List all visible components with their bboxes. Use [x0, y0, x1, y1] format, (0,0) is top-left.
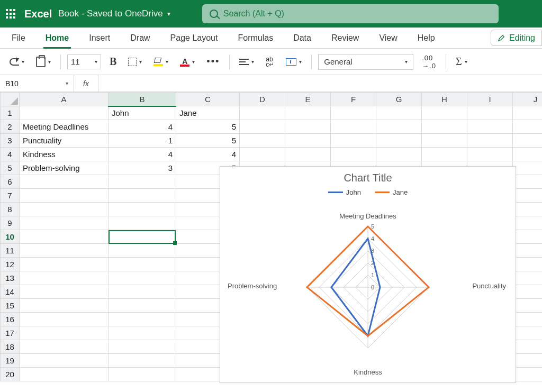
- column-header-E[interactable]: E: [285, 93, 331, 106]
- cell-A14[interactable]: [20, 285, 109, 299]
- formula-bar[interactable]: [98, 75, 542, 92]
- cell-A19[interactable]: [20, 354, 109, 368]
- cell-J16[interactable]: [513, 313, 543, 326]
- align-button[interactable]: ▾: [236, 57, 257, 67]
- cell-J12[interactable]: [513, 258, 543, 271]
- number-format-select[interactable]: General▾: [318, 54, 413, 70]
- cell-I2[interactable]: [467, 120, 513, 134]
- cell-A13[interactable]: [20, 271, 109, 285]
- cell-B14[interactable]: [109, 285, 176, 299]
- cell-B1[interactable]: John: [109, 106, 176, 120]
- tab-help[interactable]: Help: [415, 29, 437, 48]
- cell-C3[interactable]: 5: [176, 134, 240, 148]
- bold-button[interactable]: B: [106, 53, 120, 70]
- tab-home[interactable]: Home: [43, 29, 71, 48]
- cell-A15[interactable]: [20, 299, 109, 313]
- tab-file[interactable]: File: [10, 29, 28, 48]
- cell-G1[interactable]: [376, 106, 422, 120]
- column-header-G[interactable]: G: [376, 93, 422, 106]
- column-header-C[interactable]: C: [176, 93, 240, 106]
- cell-J11[interactable]: [513, 244, 543, 258]
- cell-B16[interactable]: [109, 313, 176, 326]
- cell-I4[interactable]: [467, 148, 513, 161]
- cell-J7[interactable]: [513, 189, 543, 203]
- cell-B13[interactable]: [109, 271, 176, 285]
- row-header-9[interactable]: 9: [1, 216, 20, 230]
- tab-insert[interactable]: Insert: [87, 29, 112, 48]
- column-header-F[interactable]: F: [331, 93, 376, 106]
- cell-J1[interactable]: [513, 106, 543, 120]
- more-font-options[interactable]: •••: [203, 54, 223, 69]
- cell-J6[interactable]: [513, 175, 543, 189]
- tab-formulas[interactable]: Formulas: [236, 29, 275, 48]
- tab-review[interactable]: Review: [329, 29, 361, 48]
- cell-J2[interactable]: [513, 120, 543, 134]
- row-header-20[interactable]: 20: [1, 368, 20, 381]
- cell-J4[interactable]: [513, 148, 543, 161]
- cell-G2[interactable]: [376, 120, 422, 134]
- cell-D4[interactable]: [240, 148, 285, 161]
- cell-A1[interactable]: [20, 106, 109, 120]
- embedded-chart[interactable]: Chart Title John Jane 012345 Meeting Dea…: [220, 166, 516, 383]
- cell-J18[interactable]: [513, 340, 543, 354]
- merge-button[interactable]: ▾: [283, 56, 305, 68]
- cell-J5[interactable]: [513, 161, 543, 175]
- name-box[interactable]: B10 ▾: [0, 75, 74, 92]
- cell-J8[interactable]: [513, 203, 543, 216]
- cell-C4[interactable]: 4: [176, 148, 240, 161]
- cell-H2[interactable]: [422, 120, 467, 134]
- cell-A12[interactable]: [20, 258, 109, 271]
- autosum-button[interactable]: Σ▾: [453, 53, 471, 70]
- row-header-3[interactable]: 3: [1, 134, 20, 148]
- cell-C2[interactable]: 5: [176, 120, 240, 134]
- cell-A16[interactable]: [20, 313, 109, 326]
- cell-F3[interactable]: [331, 134, 376, 148]
- document-title[interactable]: Book - Saved to OneDrive ▾: [58, 8, 170, 19]
- row-header-16[interactable]: 16: [1, 313, 20, 326]
- cell-E3[interactable]: [285, 134, 331, 148]
- cell-A2[interactable]: Meeting Deadlines: [20, 120, 109, 134]
- decimals-button[interactable]: .00→.0: [419, 52, 439, 72]
- cell-B4[interactable]: 4: [109, 148, 176, 161]
- row-header-1[interactable]: 1: [1, 106, 20, 120]
- cell-G4[interactable]: [376, 148, 422, 161]
- row-header-6[interactable]: 6: [1, 175, 20, 189]
- cell-B20[interactable]: [109, 368, 176, 381]
- cell-A9[interactable]: [20, 216, 109, 230]
- cell-B5[interactable]: 3: [109, 161, 176, 175]
- row-header-4[interactable]: 4: [1, 148, 20, 161]
- row-header-12[interactable]: 12: [1, 258, 20, 271]
- row-header-2[interactable]: 2: [1, 120, 20, 134]
- cell-H1[interactable]: [422, 106, 467, 120]
- row-header-8[interactable]: 8: [1, 203, 20, 216]
- wrap-text-button[interactable]: abc↵: [263, 54, 277, 69]
- cell-J19[interactable]: [513, 354, 543, 368]
- cell-F4[interactable]: [331, 148, 376, 161]
- column-header-J[interactable]: J: [513, 93, 543, 106]
- row-header-5[interactable]: 5: [1, 161, 20, 175]
- cell-A20[interactable]: [20, 368, 109, 381]
- font-color-button[interactable]: A▾: [177, 55, 198, 69]
- cell-I3[interactable]: [467, 134, 513, 148]
- cell-G3[interactable]: [376, 134, 422, 148]
- cell-A8[interactable]: [20, 203, 109, 216]
- cell-A17[interactable]: [20, 326, 109, 340]
- column-header-B[interactable]: B: [109, 93, 176, 106]
- cell-A6[interactable]: [20, 175, 109, 189]
- cell-A18[interactable]: [20, 340, 109, 354]
- cell-B12[interactable]: [109, 258, 176, 271]
- cell-B15[interactable]: [109, 299, 176, 313]
- cell-F2[interactable]: [331, 120, 376, 134]
- borders-button[interactable]: ▾: [125, 56, 145, 68]
- cell-B19[interactable]: [109, 354, 176, 368]
- cell-J17[interactable]: [513, 326, 543, 340]
- cell-B11[interactable]: [109, 244, 176, 258]
- cell-J9[interactable]: [513, 216, 543, 230]
- cell-J15[interactable]: [513, 299, 543, 313]
- cell-B10[interactable]: [109, 230, 176, 244]
- cell-D2[interactable]: [240, 120, 285, 134]
- tab-data[interactable]: Data: [291, 29, 313, 48]
- row-header-10[interactable]: 10: [1, 230, 20, 244]
- row-header-14[interactable]: 14: [1, 285, 20, 299]
- fx-icon[interactable]: fx: [74, 75, 98, 92]
